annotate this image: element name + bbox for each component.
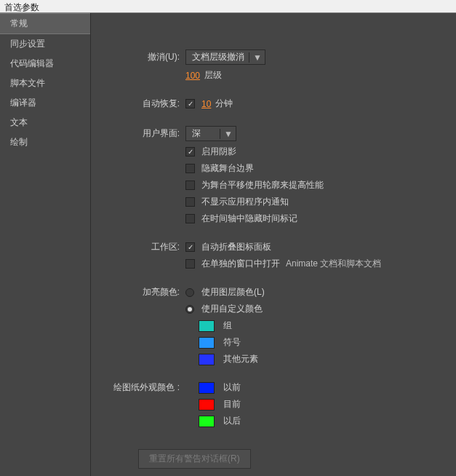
highlight-other-swatch[interactable] xyxy=(199,354,215,365)
highlight-group-label: 组 xyxy=(223,320,232,332)
highlight-group-swatch[interactable] xyxy=(199,320,215,332)
highlight-other-label: 其他元素 xyxy=(223,353,258,365)
workspace-separate-window-checkbox[interactable] xyxy=(185,259,195,269)
autorecover-minutes-unit: 分钟 xyxy=(215,98,233,110)
onionskin-after-label: 以后 xyxy=(223,415,241,427)
highlight-label: 加亮颜色: xyxy=(91,286,185,298)
highlight-symbol-label: 符号 xyxy=(223,336,241,349)
ui-hide-stage-border-checkbox[interactable] xyxy=(185,164,195,173)
onionskin-current-label: 目前 xyxy=(223,398,241,410)
ui-theme-select[interactable]: 深 ▼ xyxy=(185,126,236,141)
highlight-radio-layer[interactable] xyxy=(185,288,194,297)
reset-warnings-button[interactable]: 重置所有警告对话框(R) xyxy=(138,449,251,469)
ui-hide-stage-border-label: 隐藏舞台边界 xyxy=(201,162,254,175)
onionskin-label: 绘图纸外观颜色 : xyxy=(91,381,185,394)
sidebar-item-compiler[interactable]: 编译器 xyxy=(0,93,90,113)
ui-hide-notifications-checkbox[interactable] xyxy=(185,197,195,207)
ui-outline-pan-label: 为舞台平移使用轮廓来提高性能 xyxy=(201,179,324,191)
sidebar-item-sync[interactable]: 同步设置 xyxy=(0,34,90,54)
dropdown-icon: ▼ xyxy=(249,52,262,63)
workspace-collapse-label: 自动折叠图标面板 xyxy=(201,241,271,253)
undo-levels-input[interactable]: 100 xyxy=(185,71,200,81)
sidebar-item-drawing[interactable]: 绘制 xyxy=(0,132,90,152)
highlight-symbol-swatch[interactable] xyxy=(199,337,215,349)
autorecover-checkbox[interactable] xyxy=(185,99,195,108)
ui-label: 用户界面: xyxy=(91,127,185,140)
ui-shadow-label: 启用阴影 xyxy=(201,146,236,158)
undo-mode-select[interactable]: 文档层级撤消 ▼ xyxy=(185,49,265,65)
ui-hide-time-markers-checkbox[interactable] xyxy=(185,214,195,223)
workspace-separate-suffix: Animate 文档和脚本文档 xyxy=(286,258,381,270)
window-titlebar: 首选参数 xyxy=(0,0,456,13)
undo-mode-value: 文档层级撤消 xyxy=(192,51,244,63)
ui-hide-notifications-label: 不显示应用程序内通知 xyxy=(201,196,289,208)
dropdown-icon: ▼ xyxy=(220,129,233,139)
onionskin-after-swatch[interactable] xyxy=(199,416,215,427)
workspace-collapse-checkbox[interactable] xyxy=(185,242,195,252)
preferences-content: 撤消(U): 文档层级撤消 ▼ 100 层级 自动恢复: 10 分钟 xyxy=(91,13,456,476)
undo-levels-unit: 层级 xyxy=(204,69,222,82)
sidebar-item-script-files[interactable]: 脚本文件 xyxy=(0,74,90,93)
ui-theme-value: 深 xyxy=(192,127,201,140)
onionskin-before-label: 以前 xyxy=(223,381,241,394)
highlight-radio-custom-label: 使用自定义颜色 xyxy=(201,303,263,315)
onionskin-before-swatch[interactable] xyxy=(199,382,215,394)
undo-label: 撤消(U): xyxy=(91,51,185,63)
ui-outline-pan-checkbox[interactable] xyxy=(185,181,195,190)
sidebar-item-code-editor[interactable]: 代码编辑器 xyxy=(0,54,90,74)
highlight-radio-layer-label: 使用图层颜色(L) xyxy=(201,286,265,298)
ui-hide-time-markers-label: 在时间轴中隐藏时间标记 xyxy=(201,213,297,225)
workspace-separate-prefix: 在单独的窗口中打开 xyxy=(201,258,280,270)
onionskin-current-swatch[interactable] xyxy=(199,399,215,410)
highlight-radio-custom[interactable] xyxy=(185,305,194,314)
sidebar-item-general[interactable]: 常规 xyxy=(0,13,90,34)
sidebar-item-text[interactable]: 文本 xyxy=(0,113,90,132)
workspace-label: 工作区: xyxy=(91,241,185,253)
autorecover-label: 自动恢复: xyxy=(91,98,185,110)
ui-shadow-checkbox[interactable] xyxy=(185,147,195,156)
autorecover-minutes-input[interactable]: 10 xyxy=(201,99,211,109)
category-sidebar: 常规 同步设置 代码编辑器 脚本文件 编译器 文本 绘制 xyxy=(0,13,91,476)
